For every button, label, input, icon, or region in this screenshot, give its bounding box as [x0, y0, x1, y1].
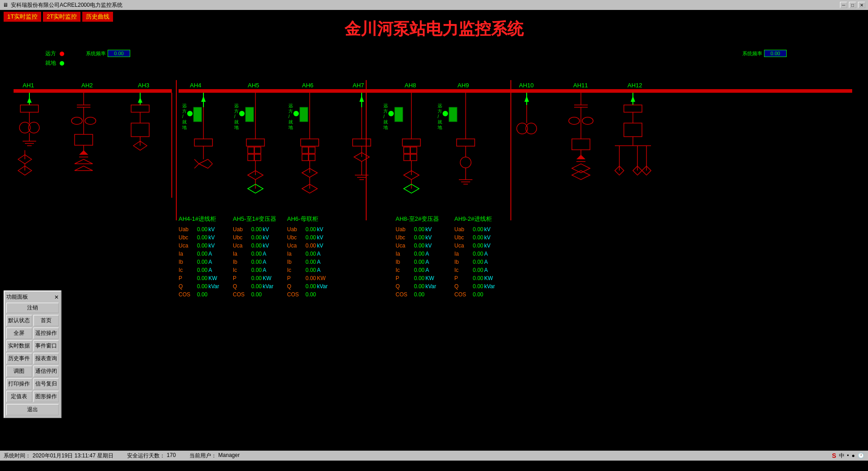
- busbar-left: [14, 89, 172, 93]
- panel-title-ah6: AH6-母联柜: [287, 215, 330, 223]
- status-safe-run: 安全运行天数： 170: [127, 452, 176, 460]
- func-button-grid: 默认状态 首页 全屏 遥控操作 实时数据 事件窗口 历史事件 报表查询 调图 通…: [6, 315, 59, 402]
- app-title: 安科瑞股份有限公司ACREL2000电力监控系统: [11, 1, 123, 9]
- menu-2t-monitor[interactable]: 2T实时监控: [43, 12, 80, 22]
- sys-time-label: 系统时间：: [4, 452, 31, 460]
- svg-point-18: [71, 117, 82, 124]
- svg-text:远: 远: [438, 103, 442, 108]
- svg-marker-153: [631, 96, 635, 102]
- svg-text:/: /: [234, 114, 236, 119]
- maximize-button[interactable]: □: [849, 2, 856, 8]
- func-graphic-button[interactable]: 图形操作: [33, 391, 59, 402]
- busbar-label-ah10: AH10: [519, 82, 534, 89]
- svg-rect-64: [255, 147, 261, 153]
- function-panel: 功能面板 ✕ 注销 默认状态 首页 全屏 遥控操作 实时数据 事件窗口 历史事件…: [4, 290, 61, 418]
- svg-text:远: 远: [234, 103, 239, 108]
- svg-rect-42: [193, 107, 202, 122]
- svg-text:就: 就: [383, 119, 388, 124]
- svg-point-19: [85, 117, 96, 124]
- status-icon-dot1: •: [847, 452, 849, 459]
- svg-line-49: [199, 159, 208, 164]
- status-icon-s: S: [832, 452, 836, 459]
- svg-text:远: 远: [288, 103, 293, 108]
- menu-history-curve[interactable]: 历史曲线: [82, 12, 113, 22]
- svg-point-41: [187, 111, 193, 116]
- svg-rect-154: [624, 105, 642, 112]
- svg-text:地: 地: [383, 125, 388, 130]
- status-icon-clock: 🕐: [858, 452, 864, 459]
- func-comm-stop-button[interactable]: 通信停闭: [33, 366, 59, 377]
- svg-line-51: [194, 164, 199, 168]
- svg-rect-62: [246, 139, 264, 146]
- svg-text:/: /: [288, 114, 290, 119]
- busbar-label-ah2: AH2: [81, 82, 93, 89]
- menu-1t-monitor[interactable]: 1T实时监控: [4, 12, 41, 22]
- data-panel-ah8: AH8-至2#变压器 Uab0.00kV Ubc0.00kV Uca0.00kV…: [396, 215, 439, 299]
- func-event-window-button[interactable]: 事件窗口: [33, 340, 59, 352]
- func-remote-ctrl-button[interactable]: 遥控操作: [33, 328, 59, 339]
- status-icon-dot2: ●: [852, 452, 855, 459]
- status-current-user: 当前用户： Manager: [189, 452, 240, 460]
- svg-text:就: 就: [182, 119, 187, 124]
- func-cancel-button[interactable]: 注销: [6, 303, 59, 313]
- svg-rect-81: [309, 147, 315, 153]
- data-row-ib-1: Ib 0.00 A: [179, 258, 221, 266]
- func-report-query-button[interactable]: 报表查询: [33, 353, 59, 364]
- func-home-button[interactable]: 首页: [33, 315, 59, 326]
- page-title: 金川河泵站电力监控系统: [344, 18, 524, 40]
- svg-text:远: 远: [182, 103, 187, 108]
- func-print-button[interactable]: 打印操作: [6, 378, 32, 390]
- freq-label-left: 系统频率: [86, 50, 106, 57]
- svg-rect-110: [410, 147, 417, 153]
- sys-freq-left: 系统频率: [86, 50, 130, 57]
- title-bar-left: 🖥 安科瑞股份有限公司ACREL2000电力监控系统: [3, 1, 123, 9]
- svg-rect-2: [20, 105, 38, 112]
- svg-rect-111: [404, 154, 410, 161]
- freq-input-right[interactable]: [764, 50, 787, 57]
- svg-rect-156: [624, 123, 642, 137]
- svg-rect-82: [302, 154, 308, 161]
- svg-marker-148: [576, 155, 585, 159]
- data-row-cos-1: COS 0.00: [179, 291, 221, 298]
- func-signal-reset-button[interactable]: 信号复归: [33, 378, 59, 390]
- func-exit-button[interactable]: 退出: [6, 404, 59, 415]
- local-dot-green: [60, 61, 64, 66]
- func-realtime-data-button[interactable]: 实时数据: [6, 340, 32, 352]
- sys-time-value: 2020年01月19日 13:11:47 星期日: [33, 452, 113, 460]
- svg-text:地: 地: [234, 125, 239, 130]
- svg-rect-66: [255, 154, 261, 161]
- remote-label: 远方: [45, 50, 56, 57]
- local-label: 就地: [45, 59, 56, 67]
- svg-point-122: [443, 111, 448, 116]
- svg-text:方: 方: [234, 109, 239, 114]
- minimize-button[interactable]: ─: [840, 2, 847, 8]
- panel-title-ah4: AH4-1#进线柜: [179, 215, 221, 223]
- svg-marker-134: [524, 96, 529, 102]
- func-panel-close-button[interactable]: ✕: [54, 294, 59, 300]
- svg-marker-27: [75, 166, 93, 171]
- freq-input-left[interactable]: [108, 50, 130, 57]
- func-setpoint-button[interactable]: 定值表: [6, 391, 32, 402]
- svg-rect-93: [353, 139, 371, 146]
- svg-rect-65: [248, 154, 254, 161]
- busbar-label-ah12: AH12: [627, 82, 642, 89]
- svg-rect-63: [248, 147, 254, 153]
- func-fullscreen-button[interactable]: 全屏: [6, 328, 32, 339]
- func-default-state-button[interactable]: 默认状态: [6, 315, 32, 326]
- func-adjust-diagram-button[interactable]: 调图: [6, 366, 32, 377]
- svg-line-48: [194, 159, 199, 164]
- svg-line-53: [208, 164, 212, 168]
- main-area: 1T实时监控 2T实时监控 历史曲线 金川河泵站电力监控系统 系统频率 系统频率…: [0, 10, 868, 461]
- status-right-icons: S 中 • ● 🕐: [832, 452, 864, 460]
- close-button[interactable]: ✕: [858, 2, 865, 8]
- data-panel-ah6: AH6-母联柜 Uab0.00kV Ubc0.00kV Uca0.00kV Ia…: [287, 215, 330, 299]
- svg-rect-83: [309, 154, 315, 161]
- svg-marker-26: [75, 159, 93, 164]
- svg-rect-123: [449, 107, 457, 122]
- remote-dot-red: [60, 52, 64, 56]
- status-bar: 系统时间： 2020年01月19日 13:11:47 星期日 安全运行天数： 1…: [0, 451, 868, 461]
- svg-marker-91: [359, 96, 364, 102]
- svg-text:远: 远: [383, 103, 388, 108]
- func-history-event-button[interactable]: 历史事件: [6, 353, 32, 364]
- status-sys-time: 系统时间： 2020年01月19日 13:11:47 星期日: [4, 452, 113, 460]
